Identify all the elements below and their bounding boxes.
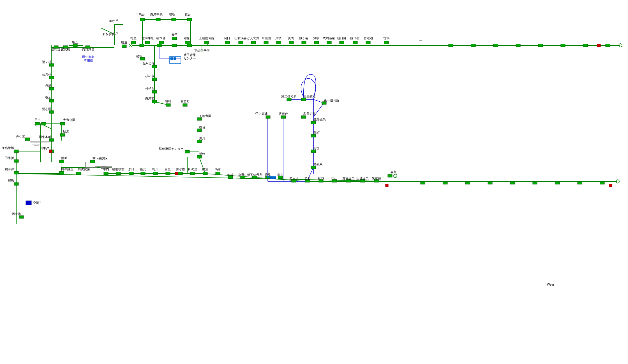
svg-text:卯の里: 卯の里 <box>188 167 197 171</box>
svg-rect-122 <box>166 104 170 106</box>
svg-rect-165 <box>533 181 537 184</box>
svg-rect-74 <box>172 37 177 40</box>
svg-rect-82 <box>289 41 294 44</box>
svg-text:真馬: 真馬 <box>288 36 294 40</box>
svg-text:朱澄荘: 朱澄荘 <box>372 177 381 180</box>
svg-text:帰学: 帰学 <box>313 36 319 40</box>
svg-rect-300 <box>140 57 145 60</box>
svg-text:水仙園: 水仙園 <box>262 36 271 40</box>
svg-text:椎子台: 椎子台 <box>145 87 154 90</box>
svg-text:田牛嫌座: 田牛嫌座 <box>61 167 73 171</box>
svg-rect-168 <box>600 181 604 184</box>
svg-text:玄武橋: 玄武橋 <box>61 48 70 51</box>
svg-rect-137 <box>141 172 145 175</box>
svg-text:蛍台: 蛍台 <box>185 13 191 16</box>
svg-rect-81 <box>276 41 281 44</box>
svg-rect-86 <box>340 41 344 44</box>
svg-text:古鶴: 古鶴 <box>383 36 389 40</box>
svg-rect-75 <box>185 41 190 44</box>
svg-text:田牛浜: 田牛浜 <box>5 156 14 160</box>
map-container: 千鳥台 白鳥中央 堤明 蛍台 羊が丘 よもぎ沢 皇街道 玄武橋 亀丘 向日菜台 … <box>0 0 628 364</box>
svg-text:観代宿: 観代宿 <box>350 36 359 40</box>
svg-rect-126 <box>197 140 202 143</box>
svg-text:山女渓谷: 山女渓谷 <box>234 36 247 40</box>
svg-rect-140 <box>175 172 178 175</box>
svg-rect-114 <box>14 171 19 174</box>
svg-text:熱嵐泉: 熱嵐泉 <box>313 162 323 166</box>
svg-text:鮎沢: 鮎沢 <box>63 130 69 133</box>
svg-text:ー: ー <box>419 39 422 42</box>
svg-text:海猫線橋: 海猫線橋 <box>2 146 14 150</box>
svg-rect-64 <box>172 18 176 21</box>
svg-rect-65 <box>187 18 192 21</box>
svg-rect-102 <box>49 99 54 102</box>
svg-rect-125 <box>197 129 202 132</box>
svg-rect-60 <box>172 44 177 47</box>
svg-text:苧内高速: 苧内高速 <box>255 112 268 115</box>
svg-text:西空港: 西空港 <box>12 212 21 216</box>
svg-rect-174 <box>281 116 286 118</box>
svg-rect-120 <box>152 90 157 93</box>
svg-text:白鳥中央: 白鳥中央 <box>150 13 163 16</box>
svg-text:堤明: 堤明 <box>169 13 175 16</box>
svg-rect-61 <box>187 44 192 47</box>
svg-text:田牛: 田牛 <box>34 118 41 122</box>
svg-rect-95 <box>561 44 565 47</box>
svg-rect-109 <box>60 134 65 136</box>
svg-rect-173 <box>266 116 270 118</box>
svg-text:和美術館: 和美術館 <box>303 112 316 115</box>
svg-text:梅川: 梅川 <box>152 167 158 171</box>
svg-text:第一信号所: 第一信号所 <box>324 99 339 102</box>
svg-rect-103 <box>49 111 54 113</box>
svg-rect-164 <box>510 181 515 184</box>
railway-map: 千鳥台 白鳥中央 堤明 蛍台 羊が丘 よもぎ沢 皇街道 玄武橋 亀丘 向日菜台 … <box>0 0 628 364</box>
svg-rect-113 <box>14 160 19 162</box>
svg-text:鹿子: 鹿子 <box>171 33 177 36</box>
svg-rect-123 <box>183 104 187 106</box>
svg-rect-161 <box>443 181 447 184</box>
svg-rect-171 <box>301 98 306 101</box>
svg-rect-181 <box>170 57 173 60</box>
svg-rect-96 <box>583 44 588 47</box>
svg-rect-177 <box>311 134 316 137</box>
svg-rect-178 <box>311 150 316 153</box>
svg-rect-129 <box>59 160 64 163</box>
svg-rect-93 <box>516 44 520 47</box>
svg-text:高倉: 高倉 <box>215 167 221 171</box>
svg-rect-94 <box>538 44 543 47</box>
svg-rect-78 <box>239 41 243 44</box>
svg-rect-101 <box>49 87 54 90</box>
svg-rect-167 <box>578 181 582 184</box>
svg-text:朝日目: 朝日目 <box>337 36 346 40</box>
svg-rect-84 <box>314 41 319 44</box>
svg-text:白虎庭園: 白虎庭園 <box>78 167 90 171</box>
svg-text:鵜海岸: 鵜海岸 <box>5 167 14 171</box>
svg-rect-179 <box>311 166 316 169</box>
svg-text:橋前校前: 橋前校前 <box>112 167 124 171</box>
svg-rect-58 <box>140 44 144 47</box>
svg-rect-98 <box>597 44 601 47</box>
svg-text:蕗町: 蕗町 <box>313 131 320 134</box>
svg-rect-77 <box>225 41 230 44</box>
svg-text:猫下信号所: 猫下信号所 <box>247 173 262 176</box>
svg-text:鷺ノ社: 鷺ノ社 <box>42 60 51 64</box>
svg-text:第二信号所: 第二信号所 <box>281 95 297 98</box>
svg-text:室内機関区: 室内機関区 <box>93 157 108 160</box>
svg-rect-83 <box>302 41 306 44</box>
svg-text:望美牧場: 望美牧場 <box>303 95 316 98</box>
svg-text:蟹菜: 蟹菜 <box>61 156 67 160</box>
svg-text:杉谷: 杉谷 <box>318 177 324 180</box>
svg-rect-62 <box>140 18 145 21</box>
svg-rect-87 <box>353 41 357 44</box>
svg-rect-298 <box>273 176 276 179</box>
svg-text:監侠車両センター: 監侠車両センター <box>159 147 184 150</box>
svg-text:眼ヶ谷: 眼ヶ谷 <box>299 36 308 40</box>
svg-text:空港T: 空港T <box>33 201 41 204</box>
svg-text:田牛夕: 田牛夕 <box>40 146 49 150</box>
svg-rect-131 <box>76 172 81 175</box>
svg-text:春亀: 春亀 <box>391 170 397 174</box>
svg-rect-158 <box>388 174 392 177</box>
svg-text:成嶋温泉: 成嶋温泉 <box>323 36 335 40</box>
svg-text:潟川: 潟川 <box>199 137 205 140</box>
svg-rect-121 <box>152 100 157 103</box>
